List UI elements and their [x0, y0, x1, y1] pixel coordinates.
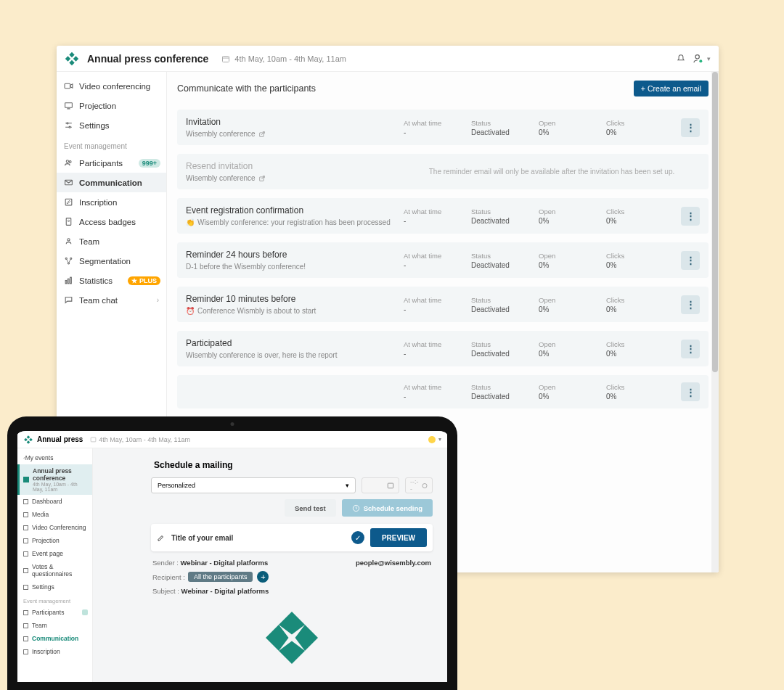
col-header: Clicks	[606, 252, 674, 260]
add-recipient-button[interactable]: +	[257, 571, 269, 583]
email-card-subject: 👏Wisembly conference: your registration …	[186, 218, 404, 226]
svg-rect-26	[68, 279, 69, 284]
col-value: Deactivated	[471, 217, 539, 225]
user-menu-button[interactable]: ▾	[691, 49, 711, 69]
email-card[interactable]: Event registration confirmation👏Wisembly…	[177, 198, 709, 234]
laptop-sidebar-item[interactable]: Inscription	[17, 645, 92, 658]
laptop-sidebar-item[interactable]: Dashboard	[17, 495, 92, 508]
card-menu-button[interactable]: ⋮	[681, 295, 700, 314]
chevron-right-icon: ›	[157, 296, 159, 304]
laptop-sidebar-item[interactable]: Video Conferencing	[17, 521, 92, 534]
email-title-field[interactable]: Title of your email	[171, 534, 346, 542]
create-email-button[interactable]: + Create an email	[634, 81, 709, 96]
sidebar-item-projection[interactable]: Projection	[57, 96, 166, 115]
sidebar-item-video-conferencing[interactable]: Video conferencing	[57, 76, 166, 96]
stats-icon	[64, 276, 73, 285]
col-header: Open	[539, 340, 606, 348]
send-test-button[interactable]: Send test	[285, 499, 336, 517]
col-header: At what time	[404, 383, 471, 391]
laptop-my-events[interactable]: ‹ My events	[17, 451, 92, 464]
square-icon	[23, 585, 28, 590]
sidebar-item-team[interactable]: Team	[57, 231, 166, 251]
laptop-sidebar-item[interactable]: Settings	[17, 580, 92, 594]
status-dot-icon[interactable]	[428, 436, 436, 443]
dots-vertical-icon: ⋮	[686, 210, 695, 221]
pencil-icon[interactable]	[157, 533, 166, 542]
laptop-sidebar-item[interactable]: Event page	[17, 547, 92, 560]
mailing-type-select[interactable]: Personalized▾	[151, 477, 356, 493]
email-card[interactable]: ParticipatedWisembly conference is over,…	[177, 331, 709, 366]
col-header: Status	[471, 340, 539, 348]
laptop-sidebar-item[interactable]: Communication	[17, 632, 92, 645]
email-card-subject: Wisembly conference	[186, 174, 404, 182]
preview-button[interactable]: PREVIEW	[370, 528, 427, 547]
sidebar-item-segmentation[interactable]: Segmentation	[57, 251, 166, 271]
svg-marker-3	[69, 59, 74, 65]
sidebar-item-settings[interactable]: Settings	[57, 115, 166, 135]
email-card[interactable]: At what time-StatusDeactivatedOpen0%Clic…	[177, 375, 709, 408]
svg-rect-8	[65, 83, 70, 89]
svg-point-6	[695, 54, 699, 58]
notifications-button[interactable]	[671, 49, 691, 69]
email-card[interactable]: Resend invitationWisembly conferenceThe …	[177, 154, 709, 189]
svg-point-24	[68, 263, 69, 264]
email-card[interactable]: Reminder 24 hours beforeD-1 before the W…	[177, 242, 709, 278]
camera-dot-icon	[231, 422, 234, 426]
time-picker[interactable]: --:--	[405, 477, 433, 493]
users-icon	[64, 158, 73, 168]
col-header: Status	[471, 383, 539, 391]
sidebar-item-statistics[interactable]: Statistics ★ PLUS	[57, 271, 166, 290]
col-header: At what time	[404, 296, 471, 304]
laptop-current-event[interactable]: Annual press conference 4th May, 10am - …	[17, 464, 92, 495]
email-card[interactable]: InvitationWisembly conferenceAt what tim…	[177, 110, 709, 145]
content-heading: Communicate with the participants	[177, 83, 316, 94]
bell-icon	[676, 54, 686, 64]
sidebar-item-team-chat[interactable]: Team chat ›	[57, 290, 166, 310]
col-value: Deactivated	[471, 393, 539, 401]
card-menu-button[interactable]: ⋮	[681, 207, 700, 226]
sidebar-item-participants[interactable]: Participants 999+	[57, 153, 166, 173]
col-value: -	[404, 217, 471, 225]
schedule-sending-button[interactable]: Schedule sending	[342, 499, 433, 517]
emoji-icon: ⏰	[186, 307, 195, 315]
dots-vertical-icon: ⋮	[686, 255, 695, 266]
svg-point-23	[70, 258, 72, 259]
email-card-title: Invitation	[186, 117, 404, 127]
sidebar-item-access-badges[interactable]: Access badges	[57, 212, 166, 231]
col-value: -	[404, 128, 471, 136]
vertical-scrollbar[interactable]	[711, 72, 719, 572]
card-menu-button[interactable]: ⋮	[681, 340, 700, 358]
svg-rect-34	[91, 438, 96, 442]
card-menu-button[interactable]: ⋮	[681, 382, 700, 401]
external-link-icon	[258, 175, 266, 182]
laptop-sidebar-item[interactable]: Team	[17, 619, 92, 632]
laptop-event-date: 4th May, 10am - 4th May, 11am	[90, 436, 190, 443]
col-header: Status	[471, 119, 539, 127]
svg-marker-33	[27, 440, 30, 444]
col-value: 0%	[539, 217, 606, 225]
schedule-mailing-title: Schedule a mailing	[151, 460, 433, 470]
sidebar-item-inscription[interactable]: Inscription	[57, 192, 166, 212]
card-menu-button[interactable]: ⋮	[681, 251, 700, 270]
email-card[interactable]: Reminder 10 minutes before⏰Conference Wi…	[177, 287, 709, 322]
laptop-sidebar-item[interactable]: Media	[17, 508, 92, 521]
edit-icon	[64, 197, 73, 207]
card-menu-button[interactable]: ⋮	[681, 118, 700, 137]
laptop-section-label: Event management	[17, 594, 92, 606]
svg-marker-1	[65, 56, 70, 61]
col-header: At what time	[404, 208, 471, 215]
col-value: Deactivated	[471, 305, 539, 313]
col-header: Clicks	[606, 119, 674, 127]
date-picker[interactable]	[362, 477, 399, 493]
external-link-icon	[258, 131, 266, 138]
svg-marker-31	[24, 438, 28, 441]
laptop-sidebar-item[interactable]: Votes & questionnaires	[17, 560, 92, 580]
laptop-sidebar-item[interactable]: Projection	[17, 534, 92, 547]
laptop-sidebar-item[interactable]: Participants	[17, 606, 92, 619]
sidebar-item-communication[interactable]: Communication	[57, 173, 166, 192]
square-icon	[23, 538, 28, 543]
email-card-title: Reminder 10 minutes before	[186, 294, 404, 304]
svg-point-16	[69, 161, 71, 163]
scrollbar-thumb[interactable]	[712, 72, 718, 372]
recipient-pill[interactable]: All the participants	[188, 572, 253, 582]
